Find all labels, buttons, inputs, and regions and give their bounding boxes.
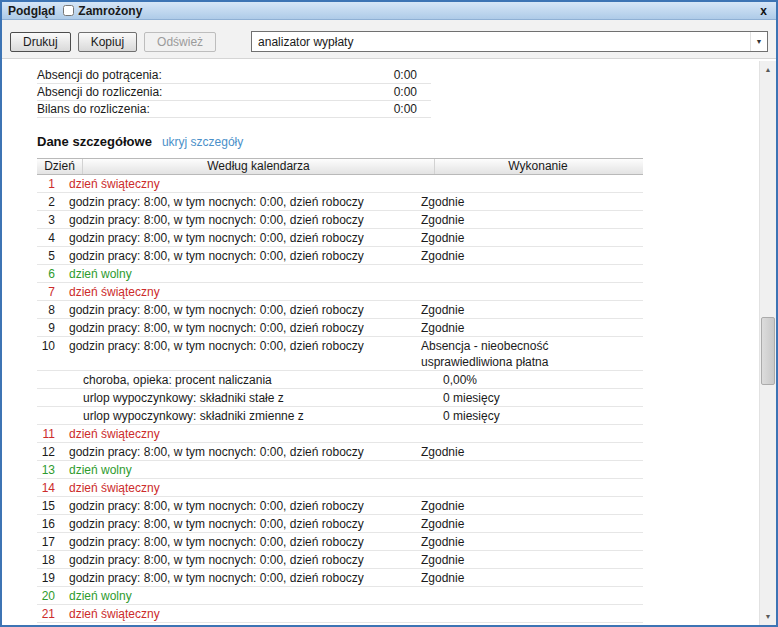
execution-cell: Zgodnie	[421, 320, 627, 336]
calendar-cell: godzin pracy: 8:00, w tym nocnych: 0:00,…	[69, 498, 421, 514]
day-cell: 9	[37, 320, 69, 336]
calendar-cell: godzin pracy: 8:00, w tym nocnych: 0:00,…	[69, 570, 421, 586]
calendar-cell: dzień świąteczny	[69, 606, 421, 622]
report-selector-value: analizator wypłaty	[258, 35, 353, 49]
table-row: 6dzień wolny	[37, 265, 643, 283]
calendar-cell: dzień wolny	[69, 462, 421, 478]
table-row: 10godzin pracy: 8:00, w tym nocnych: 0:0…	[37, 337, 643, 371]
summary-value: 0:00	[394, 85, 417, 99]
report-content: Absencji do potrącenia:0:00Absencji do r…	[2, 61, 759, 625]
report-selector-dropdown[interactable]: analizator wypłaty ▼	[251, 31, 768, 52]
copy-button[interactable]: Kopiuj	[78, 32, 137, 52]
vertical-scrollbar[interactable]: ▲ ▼	[759, 61, 776, 625]
table-row: 17godzin pracy: 8:00, w tym nocnych: 0:0…	[37, 533, 643, 551]
details-heading: Dane szczegółowe	[37, 134, 152, 149]
table-row: 1dzień świąteczny	[37, 175, 643, 193]
calendar-cell: choroba, opieka: procent naliczania	[69, 372, 421, 388]
table-row: urlop wypoczynkowy: składniki zmienne z0…	[37, 407, 643, 425]
execution-cell: Absencja - nieobecność usprawiedliwiona …	[421, 338, 627, 370]
calendar-cell: godzin pracy: 8:00, w tym nocnych: 0:00,…	[69, 516, 421, 532]
titlebar: Podgląd Zamrożony x	[2, 2, 776, 20]
day-cell: 3	[37, 212, 69, 228]
summary-row: Absencji do potrącenia:0:00	[37, 67, 431, 84]
execution-cell: Zgodnie	[421, 212, 627, 228]
day-cell: 5	[37, 248, 69, 264]
day-cell: 16	[37, 516, 69, 532]
execution-cell: Zgodnie	[421, 498, 627, 514]
table-row: 16godzin pracy: 8:00, w tym nocnych: 0:0…	[37, 515, 643, 533]
freeze-checkbox[interactable]	[63, 5, 74, 16]
calendar-cell: dzień świąteczny	[69, 480, 421, 496]
print-button[interactable]: Drukuj	[10, 32, 71, 52]
details-table: DzieńWedług kalendarzaWykonanie 1dzień ś…	[37, 158, 643, 623]
calendar-cell: dzień wolny	[69, 266, 421, 282]
execution-cell: Zgodnie	[421, 534, 627, 550]
scroll-up-icon[interactable]: ▲	[760, 61, 776, 78]
summary-row: Absencji do rozliczenia:0:00	[37, 84, 431, 101]
summary-value: 0:00	[394, 68, 417, 82]
column-header: Według kalendarza	[83, 159, 435, 174]
close-icon[interactable]: x	[757, 5, 770, 17]
execution-cell: Zgodnie	[421, 552, 627, 568]
table-row: 18godzin pracy: 8:00, w tym nocnych: 0:0…	[37, 551, 643, 569]
calendar-cell: dzień wolny	[69, 588, 421, 604]
calendar-cell: dzień świąteczny	[69, 284, 421, 300]
details-table-body: 1dzień świąteczny2godzin pracy: 8:00, w …	[37, 175, 643, 623]
scroll-down-icon[interactable]: ▼	[760, 608, 776, 625]
table-row: 13dzień wolny	[37, 461, 643, 479]
day-cell: 18	[37, 552, 69, 568]
table-row: 15godzin pracy: 8:00, w tym nocnych: 0:0…	[37, 497, 643, 515]
execution-cell: Zgodnie	[421, 230, 627, 246]
calendar-cell: godzin pracy: 8:00, w tym nocnych: 0:00,…	[69, 534, 421, 550]
hide-details-link[interactable]: ukryj szczegóły	[162, 135, 243, 149]
day-cell: 2	[37, 194, 69, 210]
summary-row: Bilans do rozliczenia:0:00	[37, 101, 431, 118]
calendar-cell: godzin pracy: 8:00, w tym nocnych: 0:00,…	[69, 444, 421, 460]
summary-label: Absencji do potrącenia:	[37, 68, 162, 82]
details-heading-row: Dane szczegółowe ukryj szczegóły	[37, 134, 759, 149]
execution-cell: Zgodnie	[421, 516, 627, 532]
calendar-cell: godzin pracy: 8:00, w tym nocnych: 0:00,…	[69, 302, 421, 318]
refresh-button: Odśwież	[144, 32, 216, 52]
day-cell: 19	[37, 570, 69, 586]
calendar-cell: godzin pracy: 8:00, w tym nocnych: 0:00,…	[69, 248, 421, 264]
table-row: 12godzin pracy: 8:00, w tym nocnych: 0:0…	[37, 443, 643, 461]
calendar-cell: dzień świąteczny	[69, 176, 421, 192]
calendar-cell: urlop wypoczynkowy: składniki zmienne z	[69, 408, 421, 424]
day-cell: 14	[37, 480, 69, 496]
summary-list: Absencji do potrącenia:0:00Absencji do r…	[37, 67, 431, 118]
execution-cell: 0 miesięcy	[421, 408, 627, 424]
day-cell: 17	[37, 534, 69, 550]
scrollbar-thumb[interactable]	[761, 317, 775, 385]
summary-label: Absencji do rozliczenia:	[37, 85, 162, 99]
table-row: 8godzin pracy: 8:00, w tym nocnych: 0:00…	[37, 301, 643, 319]
table-row: 4godzin pracy: 8:00, w tym nocnych: 0:00…	[37, 229, 643, 247]
table-row: urlop wypoczynkowy: składniki stałe z0 m…	[37, 389, 643, 407]
day-cell: 15	[37, 498, 69, 514]
calendar-cell: godzin pracy: 8:00, w tym nocnych: 0:00,…	[69, 338, 421, 354]
table-row: 11dzień świąteczny	[37, 425, 643, 443]
table-row: 3godzin pracy: 8:00, w tym nocnych: 0:00…	[37, 211, 643, 229]
calendar-cell: dzień świąteczny	[69, 426, 421, 442]
details-table-header: DzieńWedług kalendarzaWykonanie	[37, 158, 643, 175]
calendar-cell: urlop wypoczynkowy: składniki stałe z	[69, 390, 421, 406]
execution-cell: Zgodnie	[421, 570, 627, 586]
execution-cell: Zgodnie	[421, 444, 627, 460]
calendar-cell: godzin pracy: 8:00, w tym nocnych: 0:00,…	[69, 230, 421, 246]
chevron-down-icon[interactable]: ▼	[750, 32, 767, 51]
summary-value: 0:00	[394, 102, 417, 116]
execution-cell: Zgodnie	[421, 194, 627, 210]
table-row: 19godzin pracy: 8:00, w tym nocnych: 0:0…	[37, 569, 643, 587]
day-cell: 10	[37, 338, 69, 354]
day-cell: 13	[37, 462, 69, 478]
calendar-cell: godzin pracy: 8:00, w tym nocnych: 0:00,…	[69, 552, 421, 568]
column-header: Dzień	[37, 159, 83, 174]
table-row: 5godzin pracy: 8:00, w tym nocnych: 0:00…	[37, 247, 643, 265]
toolbar: Drukuj Kopiuj Odśwież analizator wypłaty…	[2, 20, 776, 59]
day-cell: 12	[37, 444, 69, 460]
day-cell: 20	[37, 588, 69, 604]
day-cell: 8	[37, 302, 69, 318]
table-row: 9godzin pracy: 8:00, w tym nocnych: 0:00…	[37, 319, 643, 337]
day-cell: 21	[37, 606, 69, 622]
window-title: Podgląd	[8, 4, 55, 18]
